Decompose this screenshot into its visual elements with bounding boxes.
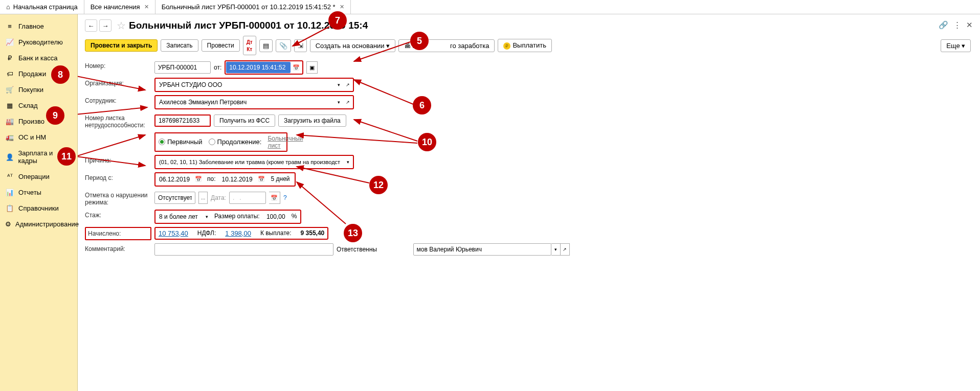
open-icon[interactable]: ↗ bbox=[343, 97, 352, 108]
favorite-star-icon[interactable]: ☆ bbox=[117, 19, 126, 32]
chevron-down-icon: ▾ bbox=[386, 42, 390, 50]
org-label: Организация: bbox=[85, 78, 151, 92]
ndfl-label: НДФЛ: bbox=[197, 229, 216, 237]
sidebar-item-operations[interactable]: ᴬᵀОперации bbox=[0, 169, 77, 185]
toolbar: Провести и закрыть Записать Провести ДтК… bbox=[85, 36, 973, 55]
load-file-button[interactable]: Загрузить из файла bbox=[278, 114, 346, 127]
clip-icon: 📎 bbox=[279, 42, 287, 50]
sidebar-item-label: Справочники bbox=[18, 204, 59, 212]
violation-input[interactable] bbox=[154, 192, 195, 204]
reason-input[interactable] bbox=[156, 156, 343, 168]
period-from-input[interactable] bbox=[156, 174, 193, 185]
pay-size-input[interactable] bbox=[263, 211, 288, 222]
accrued-link[interactable]: 10 753,40 bbox=[159, 229, 188, 237]
save-button[interactable]: Записать bbox=[161, 39, 198, 52]
post-close-button[interactable]: Провести и закрыть bbox=[85, 39, 158, 52]
doc-link-icon[interactable]: ▣ bbox=[306, 61, 318, 74]
sidebar-item-admin[interactable]: ⚙Администрирование bbox=[0, 216, 77, 232]
chevron-down-icon[interactable]: ▾ bbox=[202, 211, 211, 222]
chevron-down-icon[interactable]: ▾ bbox=[334, 97, 343, 108]
dtkt-button[interactable]: ДтКт bbox=[243, 36, 256, 55]
sidebar-item-label: Банк и касса bbox=[18, 54, 58, 62]
form-button[interactable]: ▤ bbox=[259, 39, 273, 52]
days-label: 5 дней bbox=[267, 174, 294, 185]
close-icon[interactable]: ✕ bbox=[966, 20, 973, 30]
nav-forward[interactable]: → bbox=[99, 19, 112, 32]
sheet-no-input[interactable] bbox=[154, 114, 211, 127]
header-actions: 🔗 ⋮ ✕ bbox=[939, 20, 973, 30]
violation-label: Отметка о нарушении режима: bbox=[85, 190, 151, 206]
sidebar-item-main[interactable]: ≡Главное bbox=[0, 18, 77, 34]
sidebar-item-production[interactable]: 🏭Произво bbox=[0, 113, 77, 129]
period-to-label: по: bbox=[204, 174, 219, 185]
sidebar-item-assets[interactable]: 🚛ОС и НМ bbox=[0, 129, 77, 145]
pay-button[interactable]: ₽Выплатить bbox=[498, 39, 552, 52]
sidebar-item-label: Администрирование bbox=[15, 220, 79, 228]
form: Номер: от: 📅 ▣ Организация: ▾ ↗ Сотрудни… bbox=[85, 60, 648, 256]
annotation-5: 5 bbox=[410, 32, 429, 50]
radio-continuation[interactable]: Продолжение: bbox=[209, 138, 262, 146]
tab-all-accruals[interactable]: Все начисления ✕ bbox=[84, 0, 155, 14]
sidebar-item-label: Склад bbox=[18, 102, 38, 109]
open-icon[interactable]: ↗ bbox=[561, 243, 570, 256]
sidebar-item-catalogs[interactable]: 📋Справочники bbox=[0, 200, 77, 216]
nav-back[interactable]: ← bbox=[85, 19, 97, 32]
employee-label: Сотрудник: bbox=[85, 95, 151, 109]
create-based-button[interactable]: Создать на основании ▾ bbox=[310, 39, 395, 52]
annotation-13: 13 bbox=[344, 224, 362, 242]
stage-input[interactable] bbox=[156, 211, 202, 222]
sidebar-item-purchases[interactable]: 🛒Покупки bbox=[0, 82, 77, 98]
date-input[interactable] bbox=[226, 62, 291, 73]
post-button[interactable]: Провести bbox=[202, 39, 240, 52]
chevron-down-icon[interactable]: ▾ bbox=[334, 79, 343, 90]
grid-icon: ▦ bbox=[5, 102, 14, 109]
responsible-input[interactable] bbox=[413, 243, 551, 256]
chevron-down-icon[interactable]: ▾ bbox=[551, 243, 561, 256]
employee-input[interactable] bbox=[156, 97, 334, 108]
pay-pct-label: % bbox=[288, 211, 300, 222]
sidebar-item-warehouse[interactable]: ▦Склад bbox=[0, 98, 77, 113]
main-panel: ← → ☆ Больничный лист УРБП-000001 от 10.… bbox=[78, 14, 980, 391]
kebab-icon[interactable]: ⋮ bbox=[953, 20, 961, 30]
close-icon[interactable]: ✕ bbox=[144, 4, 149, 10]
truck-icon: 🚛 bbox=[5, 133, 14, 141]
comment-input[interactable] bbox=[154, 243, 333, 256]
coin-icon: ₽ bbox=[503, 42, 510, 50]
link-icon[interactable]: 🔗 bbox=[939, 20, 948, 30]
close-icon[interactable]: ✕ bbox=[340, 4, 344, 10]
sidebar-item-label: Операции bbox=[18, 173, 50, 180]
export-button[interactable]: ⇲ bbox=[294, 39, 307, 52]
org-input[interactable] bbox=[156, 79, 334, 90]
sidebar-item-manager[interactable]: 📈Руководителю bbox=[0, 34, 77, 50]
chevron-down-icon: ▾ bbox=[962, 42, 965, 50]
number-input[interactable] bbox=[154, 61, 211, 74]
sidebar-item-label: Отчеты bbox=[18, 189, 41, 196]
violation-date-input[interactable] bbox=[229, 192, 266, 204]
ndfl-link[interactable]: 1 398,00 bbox=[225, 229, 251, 237]
tab-sick-leave[interactable]: Больничный лист УРБП-000001 от 10.12.201… bbox=[155, 0, 351, 14]
more-button[interactable]: Еще ▾ bbox=[941, 39, 971, 52]
open-icon[interactable]: ↗ bbox=[343, 79, 352, 90]
person-icon: 👤 bbox=[5, 153, 14, 161]
annotation-12: 12 bbox=[369, 176, 388, 194]
sick-link[interactable]: Больничный лист bbox=[268, 135, 303, 149]
calendar-icon[interactable]: 📅 bbox=[193, 174, 204, 185]
annotation-10: 10 bbox=[418, 133, 436, 151]
sidebar-item-reports[interactable]: 📊Отчеты bbox=[0, 185, 77, 200]
violation-date-label: Дата: bbox=[211, 194, 226, 201]
ruble-icon: ₽ bbox=[5, 54, 14, 62]
get-fss-button[interactable]: Получить из ФСС bbox=[214, 114, 275, 127]
tab-home[interactable]: ⌂ Начальная страница bbox=[0, 0, 84, 14]
attach-button[interactable]: 📎 bbox=[276, 39, 291, 52]
chevron-down-icon[interactable]: ▾ bbox=[343, 156, 352, 168]
help-icon[interactable]: ? bbox=[283, 194, 287, 201]
menu-icon: ≡ bbox=[5, 22, 14, 30]
sidebar-item-bank[interactable]: ₽Банк и касса bbox=[0, 50, 77, 66]
ellipsis-icon[interactable]: … bbox=[198, 192, 208, 204]
calendar-icon[interactable]: 📅 bbox=[269, 192, 280, 204]
calendar-icon[interactable]: 📅 bbox=[256, 174, 267, 185]
calendar-icon[interactable]: 📅 bbox=[291, 62, 302, 73]
period-to-input[interactable] bbox=[219, 174, 256, 185]
radio-primary[interactable]: Первичный bbox=[159, 138, 203, 146]
ops-icon: ᴬᵀ bbox=[5, 173, 14, 180]
